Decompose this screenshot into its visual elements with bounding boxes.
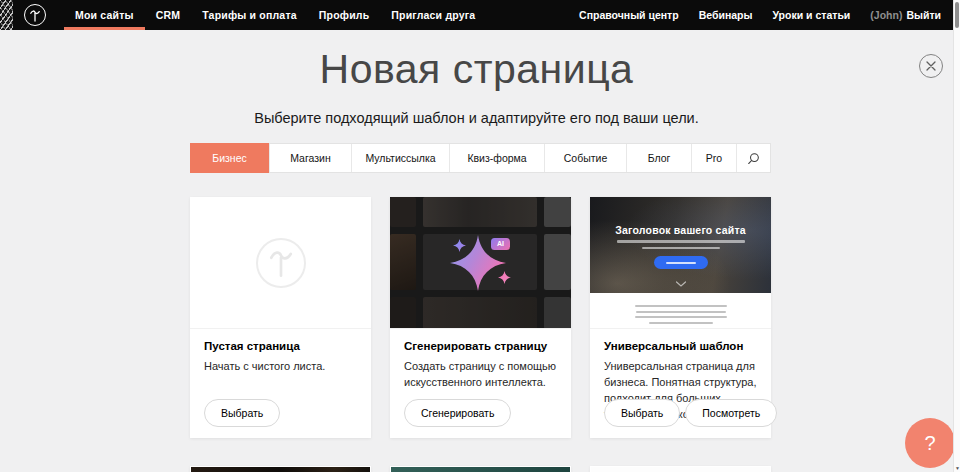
card-body: Универсальный шаблон Универсальная стран… xyxy=(590,329,771,438)
template-card-partial[interactable] xyxy=(190,466,371,472)
page-title: Новая страница xyxy=(0,46,953,93)
link-lessons[interactable]: Уроки и статьи xyxy=(762,9,860,21)
close-icon xyxy=(926,61,936,71)
page-subtitle: Выберите подходящий шаблон и адаптируйте… xyxy=(0,110,953,126)
top-bar: Мои сайты CRM Тарифы и оплата Профиль Пр… xyxy=(0,0,953,30)
tilda-logo-icon[interactable] xyxy=(24,4,46,26)
nav-tariffs[interactable]: Тарифы и оплата xyxy=(191,0,308,30)
nav-profile[interactable]: Профиль xyxy=(308,0,381,30)
close-button[interactable] xyxy=(919,54,943,78)
nav-invite-friend[interactable]: Пригласи друга xyxy=(380,0,486,30)
tab-search[interactable] xyxy=(736,144,770,172)
scrollbar-thumb[interactable] xyxy=(955,2,959,28)
placeholder-line xyxy=(649,322,713,324)
card-actions: Выбрать xyxy=(204,399,280,427)
ai-preview: AI xyxy=(390,197,571,329)
view-button[interactable]: Посмотреть xyxy=(685,399,777,427)
link-help-center[interactable]: Справочный центр xyxy=(569,9,689,21)
card-actions: Сгенерировать xyxy=(404,399,511,427)
card-title: Пустая страница xyxy=(204,340,357,352)
card-description: Начать с чистого листа. xyxy=(204,359,357,375)
user-box: (John) Выйти xyxy=(860,9,941,21)
tilda-watermark-circle xyxy=(256,238,306,288)
template-hero-heading: Заголовок вашего сайта xyxy=(590,224,771,236)
placeholder-line xyxy=(636,311,726,313)
template-text-block xyxy=(590,293,771,328)
ai-badge: AI xyxy=(491,238,510,250)
template-cards-row: Пустая страница Начать с чистого листа. … xyxy=(190,197,771,438)
card-description: Создать страницу с помощью искусственног… xyxy=(404,359,557,391)
tab-quiz-form[interactable]: Квиз-форма xyxy=(449,144,544,172)
blank-page-preview xyxy=(190,197,371,329)
card-body: Пустая страница Начать с чистого листа. … xyxy=(190,329,371,438)
template-preview-partial xyxy=(191,467,370,472)
template-preview-partial xyxy=(391,467,570,472)
tab-shop[interactable]: Магазин xyxy=(269,144,351,172)
ai-sparkle-small-icon xyxy=(498,271,511,284)
template-category-tabs: Бизнес Магазин Мультиссылка Квиз-форма С… xyxy=(190,143,771,173)
top-nav-right: Справочный центр Вебинары Уроки и статьи… xyxy=(569,9,941,21)
placeholder-line xyxy=(635,305,727,307)
template-card-partial[interactable] xyxy=(390,466,571,472)
scrollbar-track[interactable]: ▼ xyxy=(953,0,960,472)
link-webinars[interactable]: Вебинары xyxy=(689,9,763,21)
tilda-watermark-icon xyxy=(268,248,294,278)
tab-multilink[interactable]: Мультиссылка xyxy=(351,144,449,172)
nav-my-sites[interactable]: Мои сайты xyxy=(64,0,145,30)
logout-link[interactable]: Выйти xyxy=(906,9,941,21)
placeholder-line xyxy=(635,316,727,318)
tab-event[interactable]: Событие xyxy=(544,144,626,172)
template-preview-partial xyxy=(591,467,770,472)
choose-button[interactable]: Выбрать xyxy=(204,399,280,427)
top-nav: Мои сайты CRM Тарифы и оплата Профиль Пр… xyxy=(64,0,486,30)
card-title: Универсальный шаблон xyxy=(604,340,757,352)
generate-button[interactable]: Сгенерировать xyxy=(404,399,511,427)
card-blank-page[interactable]: Пустая страница Начать с чистого листа. … xyxy=(190,197,371,438)
card-universal-template[interactable]: Заголовок вашего сайта Универсальный шаб… xyxy=(590,197,771,438)
universal-preview: Заголовок вашего сайта xyxy=(590,197,771,329)
scrollbar-down-arrow[interactable]: ▼ xyxy=(954,466,960,471)
card-ai-generate[interactable]: AI Сгенерировать страницу Создать страни… xyxy=(390,197,571,438)
nav-crm[interactable]: CRM xyxy=(145,0,192,30)
template-cards-row-partial xyxy=(190,466,771,472)
tab-pro[interactable]: Pro xyxy=(691,144,736,172)
placeholder-line xyxy=(617,240,745,243)
help-button[interactable]: ? xyxy=(905,418,955,468)
template-hero: Заголовок вашего сайта xyxy=(590,197,771,293)
template-card-partial[interactable] xyxy=(590,466,771,472)
tilda-glyph xyxy=(29,9,41,22)
tab-blog[interactable]: Блог xyxy=(626,144,691,172)
question-icon: ? xyxy=(924,432,935,455)
card-body: Сгенерировать страницу Создать страницу … xyxy=(390,329,571,438)
user-name: (John) xyxy=(870,9,902,21)
chevron-down-icon xyxy=(675,281,686,287)
search-icon xyxy=(747,152,760,165)
template-cta-button xyxy=(654,256,708,269)
tab-business[interactable]: Бизнес xyxy=(190,143,269,173)
zigzag-pattern xyxy=(0,0,13,30)
card-actions: Выбрать Посмотреть xyxy=(604,399,777,427)
choose-button[interactable]: Выбрать xyxy=(604,399,680,427)
placeholder-line xyxy=(642,247,720,250)
card-title: Сгенерировать страницу xyxy=(404,340,557,352)
